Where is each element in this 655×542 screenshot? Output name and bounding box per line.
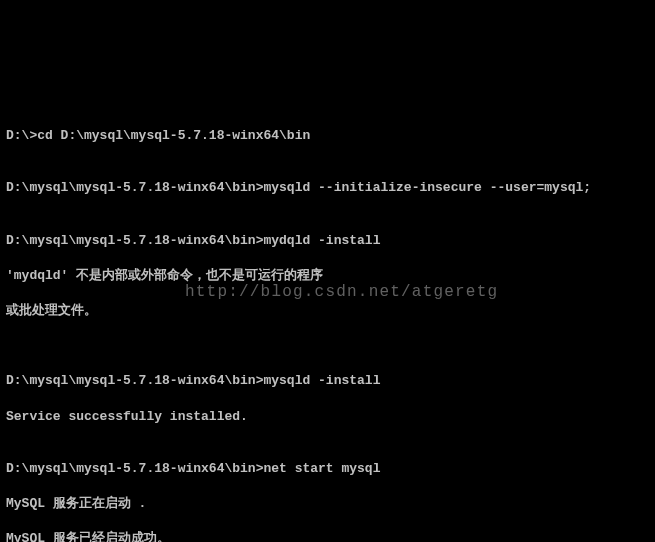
- error-line: 'mydqld' 不是内部或外部命令，也不是可运行的程序: [6, 267, 649, 285]
- cmd-line: D:\mysql\mysql-5.7.18-winx64\bin>mysqld …: [6, 179, 649, 197]
- cmd-line: D:\mysql\mysql-5.7.18-winx64\bin>mydqld …: [6, 232, 649, 250]
- output-line: MySQL 服务已经启动成功。: [6, 530, 649, 542]
- output-line: MySQL 服务正在启动 .: [6, 495, 649, 513]
- cmd-line: D:\mysql\mysql-5.7.18-winx64\bin>net sta…: [6, 460, 649, 478]
- error-line: 或批处理文件。: [6, 302, 649, 320]
- cmd-line: D:\mysql\mysql-5.7.18-winx64\bin>mysqld …: [6, 372, 649, 390]
- terminal-output[interactable]: D:\>cd D:\mysql\mysql-5.7.18-winx64\bin …: [6, 109, 649, 542]
- output-line: Service successfully installed.: [6, 408, 649, 426]
- cmd-line: D:\>cd D:\mysql\mysql-5.7.18-winx64\bin: [6, 127, 649, 145]
